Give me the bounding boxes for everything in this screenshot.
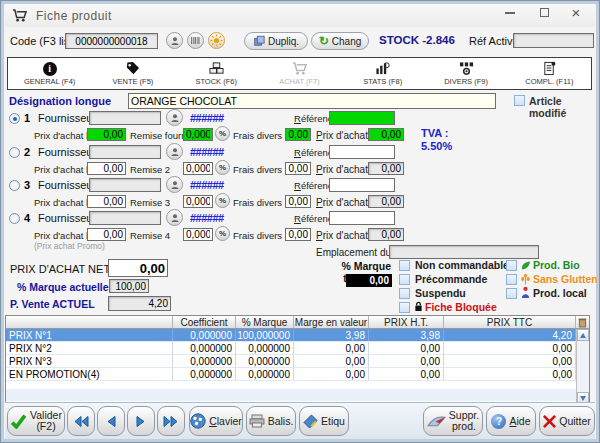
supplier4-contact-button[interactable]: [166, 209, 183, 226]
precommande-label: Précommande: [415, 273, 487, 285]
prod-local-checkbox[interactable]: [506, 288, 517, 299]
supplier4-brut-input[interactable]: [87, 228, 126, 241]
prod-bio-checkbox[interactable]: [506, 260, 517, 271]
supplier3-brut-input[interactable]: [87, 195, 126, 208]
supplier1-frais-input[interactable]: [285, 128, 311, 141]
table-row-prix2[interactable]: PRIX N°2 0,000000 0,000000 0,00 0,00 0,0…: [6, 342, 589, 355]
quitter-label: Quitter: [559, 415, 591, 427]
balis-button[interactable]: Balis.: [246, 406, 296, 436]
supplier1-remise-input[interactable]: [183, 128, 213, 141]
supplier2-remise-input[interactable]: [183, 162, 213, 175]
supplier1-net-input[interactable]: [368, 128, 404, 141]
non-commandable-checkbox[interactable]: [399, 260, 410, 271]
table-row-promotion[interactable]: EN PROMOTION(4) 0,000000 0,000000 0,00 0…: [6, 368, 589, 381]
quitter-button[interactable]: Quitter: [539, 406, 595, 436]
sans-glutten-checkbox[interactable]: [506, 274, 517, 285]
barcode-icon-button[interactable]: [187, 32, 204, 49]
ref-active-input[interactable]: [513, 33, 594, 48]
supplier2-percent-button[interactable]: %: [215, 160, 230, 175]
supplier1-brut-input[interactable]: [87, 128, 126, 141]
window-title: Fiche produit: [36, 9, 112, 23]
supplier3-name-input[interactable]: [89, 178, 161, 192]
table-row-prix3[interactable]: PRIX N°3 0,000000 0,000000 0,00 0,00 0,0…: [6, 355, 589, 368]
tab-general[interactable]: i GENERAL (F4): [8, 58, 91, 89]
last-record-button[interactable]: [157, 406, 185, 436]
supplier4-reference-input[interactable]: [329, 211, 395, 225]
supplier1-name-input[interactable]: [89, 111, 161, 125]
supplier4-frais-input[interactable]: [285, 228, 311, 241]
vente-actuel-label: P. Vente ACTUEL: [10, 298, 95, 310]
next-record-button[interactable]: [127, 406, 155, 436]
valider-button[interactable]: Valider(F2): [7, 406, 65, 436]
supplier4-remise-input[interactable]: [183, 228, 213, 241]
supplier1-hashes: ######: [190, 112, 224, 124]
eraser-icon: [427, 415, 446, 428]
tab-vente[interactable]: VENTE (F5): [91, 58, 174, 89]
supplier3-reference-input[interactable]: [329, 178, 395, 192]
supplier3-radio[interactable]: [9, 180, 20, 191]
prev-record-button[interactable]: [97, 406, 125, 436]
marque-theorique-input[interactable]: [346, 274, 392, 287]
etiqu-button[interactable]: Etiqu: [299, 406, 349, 436]
supplier1-reference-input[interactable]: [329, 111, 395, 125]
supplier2-radio[interactable]: [9, 147, 20, 158]
prod-local-label: Prod. local: [533, 287, 587, 299]
supplier4-radio[interactable]: [9, 213, 20, 224]
marque-actuelle-input[interactable]: [109, 279, 149, 293]
empty-row: [6, 389, 589, 401]
supplier3-net-input[interactable]: [368, 195, 404, 208]
supplier2-net-input[interactable]: [368, 162, 404, 175]
supplier3-remise-input[interactable]: [183, 195, 213, 208]
emplacement-input[interactable]: [389, 245, 539, 259]
supplier2-brut-input[interactable]: [87, 162, 126, 175]
supplier4-percent-button[interactable]: %: [215, 226, 230, 241]
header-trash-button[interactable]: [576, 316, 589, 328]
prix-achat-net-input[interactable]: [108, 259, 168, 277]
table-scrollbar[interactable]: [576, 329, 589, 404]
table-row-prix1[interactable]: PRIX N°1 0,000000 100,000000 3,98 3,98 4…: [6, 329, 589, 342]
vente-actuel-input[interactable]: [108, 296, 171, 311]
fiche-bloquee-checkbox[interactable]: [399, 302, 410, 313]
sun-icon-button[interactable]: [208, 32, 225, 49]
contact-icon-button[interactable]: [166, 32, 183, 49]
supplier2-name-input[interactable]: [89, 145, 161, 159]
suspendu-checkbox[interactable]: [399, 288, 410, 299]
supplier2-frais-input[interactable]: [285, 162, 311, 175]
maximize-button[interactable]: [527, 1, 561, 24]
supplier3-frais-input[interactable]: [285, 195, 311, 208]
header-marque: % Marque: [236, 316, 294, 328]
supplier1-percent-button[interactable]: %: [215, 126, 230, 141]
tab-stats[interactable]: STATS (F8): [341, 58, 424, 89]
aide-button[interactable]: ? Aide: [486, 406, 536, 436]
supplier1-radio[interactable]: [9, 113, 20, 124]
clavier-button[interactable]: Clavier: [189, 406, 243, 436]
supplier2-reference-input[interactable]: [329, 145, 395, 159]
tab-divers[interactable]: DIVERS (F9): [424, 58, 507, 89]
close-button[interactable]: ×: [559, 1, 593, 24]
aide-label: Aide: [509, 415, 530, 427]
tab-compl[interactable]: COMPL. (F11): [508, 58, 591, 89]
suppr-prod-button[interactable]: Suppr.prod.: [423, 406, 483, 436]
price-table: Coefficient % Marque Marge en valeur PRI…: [5, 315, 590, 405]
code-input[interactable]: [65, 33, 158, 49]
supplier4-name-input[interactable]: [89, 211, 161, 225]
tab-stock[interactable]: STOCK (F6): [175, 58, 258, 89]
person-icon: [170, 147, 180, 157]
precommande-checkbox[interactable]: [399, 274, 410, 285]
tva-rate: 5.50%: [421, 140, 452, 152]
designation-input[interactable]: [128, 93, 496, 109]
first-record-button[interactable]: [67, 406, 95, 436]
non-commandable-label: Non commandable: [415, 259, 509, 271]
supplier3-percent-button[interactable]: %: [215, 193, 230, 208]
scroll-up-button[interactable]: [577, 329, 589, 341]
stacked-boxes-icon: [209, 61, 224, 76]
supplier2-contact-button[interactable]: [166, 143, 183, 160]
chang-button[interactable]: ↻ Chang: [311, 32, 369, 50]
dupliq-button[interactable]: Dupliq.: [244, 32, 308, 50]
supplier3-contact-button[interactable]: [166, 176, 183, 193]
footer-bar: Valider(F2) Clavier Balis. Etiqu Suppr.p: [5, 402, 595, 439]
article-modifie-checkbox[interactable]: [514, 95, 525, 106]
supplier4-net-input[interactable]: [368, 228, 404, 241]
minimize-button[interactable]: [493, 1, 527, 24]
supplier1-contact-button[interactable]: [166, 109, 183, 126]
